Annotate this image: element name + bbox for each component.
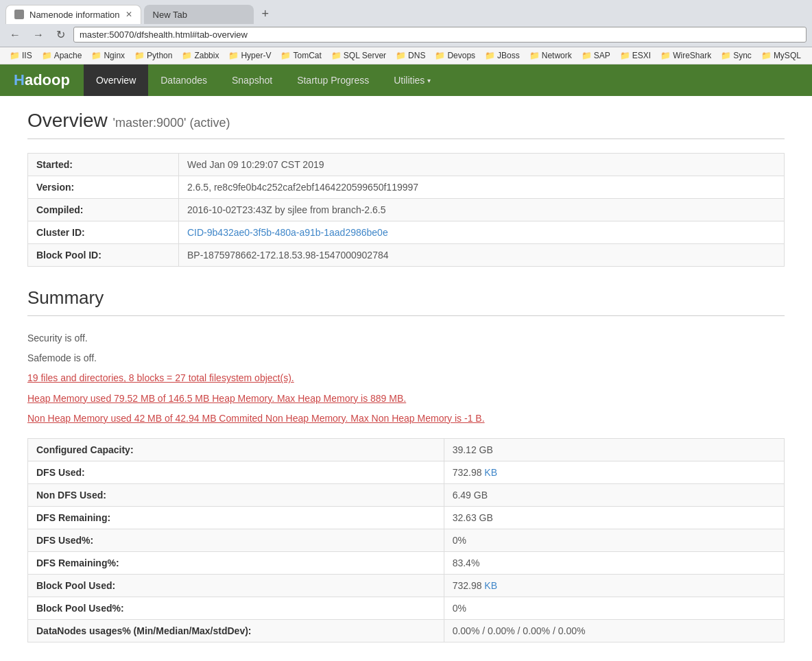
bookmark-zabbix[interactable]: 📁 Zabbix bbox=[178, 49, 223, 62]
row-label: Non DFS Used: bbox=[28, 483, 444, 506]
table-row: Block Pool Used: 732.98 KB bbox=[28, 574, 785, 597]
row-value: 0% bbox=[444, 529, 784, 551]
table-row: Non DFS Used: 6.49 GB bbox=[28, 483, 785, 506]
bookmark-nginx[interactable]: 📁 Nginx bbox=[87, 49, 129, 62]
bookmark-python[interactable]: 📁 Python bbox=[130, 49, 176, 62]
nav-startup-progress[interactable]: Startup Progress bbox=[285, 64, 381, 96]
nav-overview[interactable]: Overview bbox=[84, 64, 148, 96]
bookmark-mysql[interactable]: 📁 MySQL bbox=[757, 49, 805, 62]
folder-icon: 📁 bbox=[182, 51, 192, 60]
bookmark-label: Devops bbox=[447, 51, 475, 60]
dfs-used-link[interactable]: KB bbox=[484, 467, 497, 478]
safemode-text: Safemode is off. bbox=[27, 350, 785, 367]
bookmark-jboss[interactable]: 📁 JBoss bbox=[481, 49, 524, 62]
table-row: DFS Remaining: 32.63 GB bbox=[28, 506, 785, 529]
back-button[interactable]: ← bbox=[5, 27, 25, 43]
bookmark-devops[interactable]: 📁 Devops bbox=[431, 49, 479, 62]
bookmark-label: MySQL bbox=[774, 51, 801, 60]
bookmark-label: Apache bbox=[54, 51, 82, 60]
folder-icon: 📁 bbox=[761, 51, 772, 60]
table-row: Started: Wed Jan 09 10:29:07 CST 2019 bbox=[28, 154, 785, 176]
section-divider-2 bbox=[27, 315, 785, 316]
files-link[interactable]: 19 files and directories, 8 blocks = 27 … bbox=[27, 372, 294, 383]
bookmark-network[interactable]: 📁 Network bbox=[525, 49, 576, 62]
nav-utilities[interactable]: Utilities ▾ bbox=[381, 64, 443, 96]
bookmark-label: TomCat bbox=[293, 51, 321, 60]
tab-close-button[interactable]: ✕ bbox=[126, 10, 132, 19]
inactive-tab[interactable]: New Tab bbox=[144, 5, 254, 24]
row-label: Block Pool ID: bbox=[28, 244, 179, 267]
row-value: 39.12 GB bbox=[444, 438, 784, 461]
bookmark-label: DNS bbox=[408, 51, 425, 60]
row-label: Configured Capacity: bbox=[28, 438, 444, 461]
block-pool-used-link[interactable]: KB bbox=[484, 580, 497, 591]
refresh-button[interactable]: ↻ bbox=[52, 27, 69, 43]
nav-links: Overview Datanodes Snapshot Startup Prog… bbox=[84, 64, 443, 96]
nav-datanodes[interactable]: Datanodes bbox=[148, 64, 219, 96]
tab-bar: Namenode information ✕ New Tab + bbox=[0, 0, 812, 24]
bookmark-label: Network bbox=[542, 51, 572, 60]
bookmark-apache[interactable]: 📁 Apache bbox=[38, 49, 86, 62]
table-row: Compiled: 2016-10-02T23:43Z by sjlee fro… bbox=[28, 199, 785, 221]
row-label: DFS Used%: bbox=[28, 529, 444, 551]
row-label: DFS Used: bbox=[28, 461, 444, 483]
row-label: Compiled: bbox=[28, 199, 179, 221]
bookmark-dns[interactable]: 📁 DNS bbox=[392, 49, 429, 62]
bookmark-tomcat[interactable]: 📁 TomCat bbox=[276, 49, 325, 62]
address-bar-row: ← → ↻ bbox=[0, 24, 812, 47]
table-row: DFS Used%: 0% bbox=[28, 529, 785, 551]
active-tab[interactable]: Namenode information ✕ bbox=[5, 5, 141, 24]
folder-icon: 📁 bbox=[42, 51, 52, 60]
folder-icon: 📁 bbox=[228, 51, 239, 60]
cluster-id-link[interactable]: CID-9b432ae0-3f5b-480a-a91b-1aad2986be0e bbox=[187, 227, 388, 238]
table-row: Configured Capacity: 39.12 GB bbox=[28, 438, 785, 461]
row-value: 732.98 KB bbox=[444, 461, 784, 483]
security-text: Security is off. bbox=[27, 330, 785, 347]
forward-button[interactable]: → bbox=[29, 27, 48, 43]
row-value: 0% bbox=[444, 597, 784, 619]
folder-icon: 📁 bbox=[529, 51, 540, 60]
nonheap-link[interactable]: Non Heap Memory used 42 MB of 42.94 MB C… bbox=[27, 413, 485, 424]
row-label: DFS Remaining%: bbox=[28, 551, 444, 574]
folder-icon: 📁 bbox=[10, 51, 20, 60]
row-value: 2.6.5, re8c9fe0b4c252caf2ebf146422059965… bbox=[179, 176, 785, 199]
inactive-tab-label: New Tab bbox=[153, 10, 187, 20]
bookmark-hyperv[interactable]: 📁 Hyper-V bbox=[224, 49, 275, 62]
bookmark-label: Zabbix bbox=[194, 51, 219, 60]
row-value: 2016-10-02T23:43Z by sjlee from branch-2… bbox=[179, 199, 785, 221]
heap-text: Heap Memory used 79.52 MB of 146.5 MB He… bbox=[27, 390, 785, 407]
table-row: Version: 2.6.5, re8c9fe0b4c252caf2ebf146… bbox=[28, 176, 785, 199]
logo-text: Hadoop bbox=[14, 71, 70, 89]
address-input[interactable] bbox=[73, 27, 807, 43]
bookmark-iis[interactable]: 📁 IIS bbox=[5, 49, 36, 62]
page-title: Overview 'master:9000' (active) bbox=[27, 110, 785, 132]
logo-h: H bbox=[14, 71, 25, 88]
bookmark-esxi[interactable]: 📁 ESXI bbox=[616, 49, 655, 62]
table-row: DFS Used: 732.98 KB bbox=[28, 461, 785, 483]
row-label: Started: bbox=[28, 154, 179, 176]
row-value: 6.49 GB bbox=[444, 483, 784, 506]
folder-icon: 📁 bbox=[91, 51, 102, 60]
summary-table: Configured Capacity: 39.12 GB DFS Used: … bbox=[27, 438, 785, 642]
hadoop-logo: Hadoop bbox=[0, 64, 84, 96]
bookmark-label: Python bbox=[147, 51, 172, 60]
table-row: DFS Remaining%: 83.4% bbox=[28, 551, 785, 574]
bookmark-sap[interactable]: 📁 SAP bbox=[577, 49, 614, 62]
folder-icon: 📁 bbox=[280, 51, 291, 60]
bookmark-sync[interactable]: 📁 Sync bbox=[717, 49, 756, 62]
bookmark-wireshark[interactable]: 📁 WireShark bbox=[656, 49, 715, 62]
bookmark-label: Sync bbox=[733, 51, 752, 60]
section-divider bbox=[27, 139, 785, 139]
new-tab-button[interactable]: + bbox=[256, 4, 275, 24]
table-row: Block Pool ID: BP-1875978662-172.18.53.9… bbox=[28, 244, 785, 267]
bookmark-label: IIS bbox=[22, 51, 32, 60]
bookmark-sqlserver[interactable]: 📁 SQL Server bbox=[327, 49, 390, 62]
heap-link[interactable]: Heap Memory used 79.52 MB of 146.5 MB He… bbox=[27, 393, 406, 404]
summary-title: Summary bbox=[27, 287, 785, 309]
row-value: Wed Jan 09 10:29:07 CST 2019 bbox=[179, 154, 785, 176]
nav-snapshot[interactable]: Snapshot bbox=[219, 64, 285, 96]
row-label: DataNodes usages% (Min/Median/Max/stdDev… bbox=[28, 619, 444, 642]
tab-favicon bbox=[14, 10, 24, 19]
row-label: Cluster ID: bbox=[28, 221, 179, 244]
bookmark-label: WireShark bbox=[673, 51, 711, 60]
